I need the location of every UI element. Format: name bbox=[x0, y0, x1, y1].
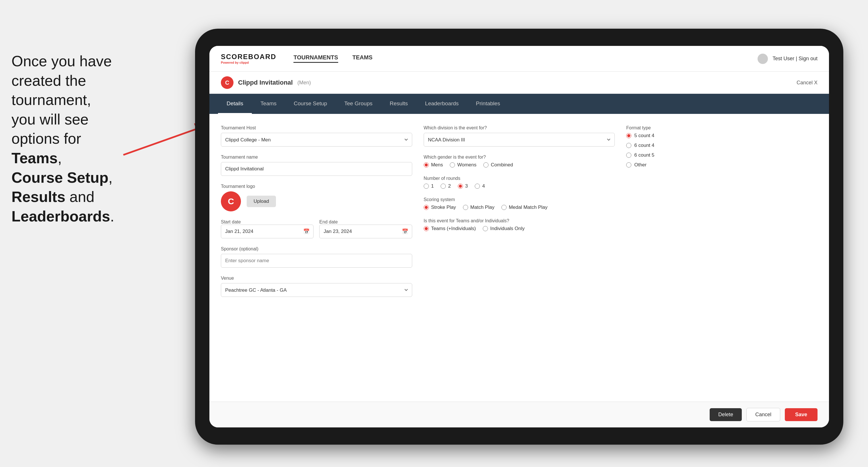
sponsor-label: Sponsor (optional) bbox=[221, 246, 412, 252]
format-6count4[interactable]: 6 count 4 bbox=[626, 143, 817, 148]
tournament-icon: C bbox=[221, 76, 234, 89]
gender-mens[interactable]: Mens bbox=[424, 162, 443, 168]
gender-label: Which gender is the event for? bbox=[424, 155, 615, 160]
host-label: Tournament Host bbox=[221, 125, 412, 130]
host-select[interactable]: Clippd College - Men bbox=[221, 133, 412, 147]
format-6count5[interactable]: 6 count 5 bbox=[626, 152, 817, 158]
form-grid: Tournament Host Clippd College - Men Tou… bbox=[221, 125, 817, 297]
teams-individuals[interactable]: Individuals Only bbox=[483, 226, 525, 231]
gender-womens[interactable]: Womens bbox=[450, 162, 476, 168]
format-5count4-label: 5 count 4 bbox=[634, 133, 654, 138]
upload-button[interactable]: Upload bbox=[247, 196, 276, 207]
division-select[interactable]: NCAA Division III bbox=[424, 133, 615, 147]
start-date-input[interactable] bbox=[221, 225, 313, 238]
nav-left: SCOREBOARD Powered by clippd TOURNAMENTS… bbox=[221, 53, 373, 64]
gender-womens-label: Womens bbox=[457, 162, 476, 168]
tab-course-setup[interactable]: Course Setup bbox=[285, 94, 336, 114]
user-avatar bbox=[757, 54, 768, 64]
scoring-radio-group: Stroke Play Match Play Medal Match Play bbox=[424, 205, 615, 210]
tournament-name: Clippd Invitational bbox=[238, 79, 293, 86]
rounds-4[interactable]: 4 bbox=[475, 183, 485, 189]
scoring-medal[interactable]: Medal Match Play bbox=[501, 205, 548, 210]
scoring-match[interactable]: Match Play bbox=[463, 205, 495, 210]
name-input[interactable] bbox=[221, 162, 412, 176]
scoring-stroke-label: Stroke Play bbox=[431, 205, 456, 210]
nav-links: TOURNAMENTS TEAMS bbox=[293, 54, 372, 63]
start-date-wrapper: 📅 bbox=[221, 225, 313, 238]
rounds-4-label: 4 bbox=[482, 183, 485, 189]
end-date-wrapper: 📅 bbox=[319, 225, 412, 238]
tournament-header: C Clippd Invitational (Men) Cancel X bbox=[209, 72, 829, 94]
gender-combined-label: Combined bbox=[491, 162, 513, 168]
format-other[interactable]: Other bbox=[626, 162, 817, 168]
nav-teams[interactable]: TEAMS bbox=[352, 54, 373, 63]
tournament-title-row: C Clippd Invitational (Men) bbox=[221, 76, 311, 89]
calendar-icon-start: 📅 bbox=[303, 228, 310, 235]
save-button[interactable]: Save bbox=[785, 408, 817, 421]
end-date-label: End date bbox=[319, 219, 338, 224]
rounds-group: Number of rounds 1 2 bbox=[424, 176, 615, 189]
format-6count5-label: 6 count 5 bbox=[634, 152, 654, 158]
logo-text: SCOREBOARD bbox=[221, 53, 276, 61]
rounds-1[interactable]: 1 bbox=[424, 183, 434, 189]
logo-powered: Powered by clippd bbox=[221, 61, 276, 64]
teams-teams-label: Teams (+Individuals) bbox=[431, 226, 476, 231]
logo-preview: C bbox=[221, 191, 241, 211]
rounds-3[interactable]: 3 bbox=[458, 183, 468, 189]
gender-combined[interactable]: Combined bbox=[483, 162, 513, 168]
format-radio-group: 5 count 4 6 count 4 6 count 5 bbox=[626, 133, 817, 168]
sponsor-input[interactable] bbox=[221, 254, 412, 268]
logo-upload-row: C Upload bbox=[221, 191, 412, 211]
venue-label: Venue bbox=[221, 276, 412, 281]
form-column-1: Tournament Host Clippd College - Men Tou… bbox=[221, 125, 412, 297]
form-column-3: Format type 5 count 4 6 count 4 bbox=[626, 125, 817, 297]
tabs-bar: Details Teams Course Setup Tee Groups Re… bbox=[209, 94, 829, 114]
tab-teams[interactable]: Teams bbox=[252, 94, 285, 114]
tab-details[interactable]: Details bbox=[218, 94, 252, 114]
format-label: Format type bbox=[626, 125, 817, 130]
rounds-2-label: 2 bbox=[448, 183, 451, 189]
start-date-label: Start date bbox=[221, 219, 241, 224]
scoring-match-label: Match Play bbox=[470, 205, 495, 210]
teams-label: Is this event for Teams and/or Individua… bbox=[424, 218, 615, 223]
start-date-group: Start date 📅 bbox=[221, 219, 313, 238]
gender-radio-group: Mens Womens Combined bbox=[424, 162, 615, 168]
venue-select[interactable]: Peachtree GC - Atlanta - GA bbox=[221, 283, 412, 297]
format-5count4[interactable]: 5 count 4 bbox=[626, 133, 817, 138]
tab-leaderboards[interactable]: Leaderboards bbox=[416, 94, 467, 114]
end-date-input[interactable] bbox=[319, 225, 412, 238]
user-sign-out[interactable]: Test User | Sign out bbox=[773, 56, 817, 62]
delete-button[interactable]: Delete bbox=[710, 408, 742, 421]
sponsor-group: Sponsor (optional) bbox=[221, 246, 412, 268]
nav-right: Test User | Sign out bbox=[757, 54, 817, 64]
division-label: Which division is the event for? bbox=[424, 125, 615, 130]
name-label: Tournament name bbox=[221, 155, 412, 160]
teams-teams[interactable]: Teams (+Individuals) bbox=[424, 226, 476, 231]
name-group: Tournament name bbox=[221, 155, 412, 176]
tab-tee-groups[interactable]: Tee Groups bbox=[336, 94, 381, 114]
top-nav: SCOREBOARD Powered by clippd TOURNAMENTS… bbox=[209, 46, 829, 72]
date-row: Start date 📅 End date 📅 bbox=[221, 219, 412, 238]
rounds-3-label: 3 bbox=[465, 183, 468, 189]
tablet-frame: SCOREBOARD Powered by clippd TOURNAMENTS… bbox=[195, 29, 843, 445]
date-group: Start date 📅 End date 📅 bbox=[221, 219, 412, 238]
tablet-screen: SCOREBOARD Powered by clippd TOURNAMENTS… bbox=[209, 46, 829, 428]
division-group: Which division is the event for? NCAA Di… bbox=[424, 125, 615, 147]
venue-group: Venue Peachtree GC - Atlanta - GA bbox=[221, 276, 412, 297]
format-other-label: Other bbox=[634, 162, 647, 168]
nav-tournaments[interactable]: TOURNAMENTS bbox=[293, 54, 338, 63]
scoring-label: Scoring system bbox=[424, 197, 615, 202]
format-group: Format type 5 count 4 6 count 4 bbox=[626, 125, 817, 168]
tab-printables[interactable]: Printables bbox=[467, 94, 509, 114]
scoring-group: Scoring system Stroke Play Match Play bbox=[424, 197, 615, 210]
cancel-button[interactable]: Cancel bbox=[746, 408, 780, 422]
cancel-button-header[interactable]: Cancel X bbox=[797, 80, 817, 86]
host-group: Tournament Host Clippd College - Men bbox=[221, 125, 412, 147]
tab-results[interactable]: Results bbox=[381, 94, 416, 114]
scoring-stroke[interactable]: Stroke Play bbox=[424, 205, 456, 210]
gender-group: Which gender is the event for? Mens Wome… bbox=[424, 155, 615, 168]
end-date-group: End date 📅 bbox=[319, 219, 412, 238]
rounds-2[interactable]: 2 bbox=[441, 183, 451, 189]
logo-group: Tournament logo C Upload bbox=[221, 184, 412, 211]
teams-individuals-label: Individuals Only bbox=[490, 226, 525, 231]
